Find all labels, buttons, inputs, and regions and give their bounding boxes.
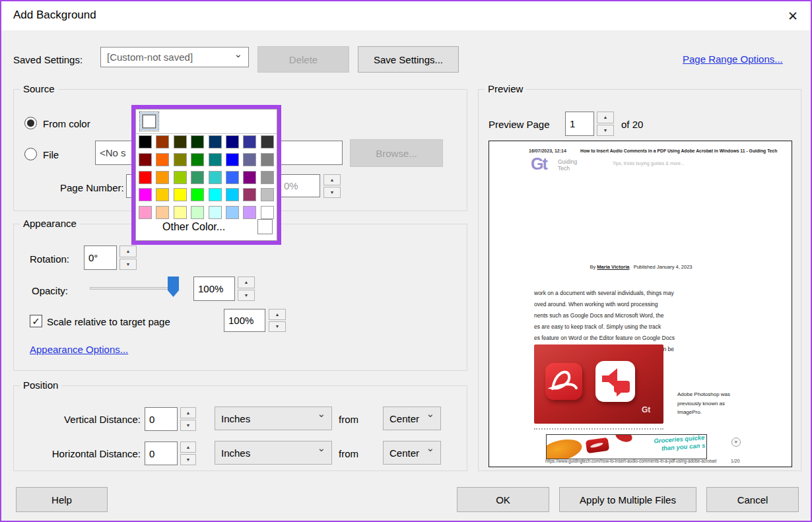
color-swatch[interactable] <box>191 135 204 148</box>
preview-page-spinner: ▲ ▼ <box>597 112 614 136</box>
spin-down-button[interactable]: ▼ <box>597 125 614 137</box>
color-swatch[interactable] <box>139 206 152 219</box>
color-swatch[interactable] <box>243 171 256 184</box>
saved-settings-select[interactable]: [Custom-not saved] ⌄ <box>100 47 249 67</box>
file-radio[interactable] <box>24 148 37 160</box>
close-icon[interactable]: ✕ <box>784 7 801 24</box>
page-range-options-link[interactable]: Page Range Options... <box>683 53 783 65</box>
preview-page-field[interactable]: 1 <box>565 112 594 136</box>
spin-down-button[interactable]: ▼ <box>238 290 255 302</box>
vertical-distance-field[interactable]: 0 <box>145 407 178 431</box>
spin-up-button[interactable]: ▲ <box>269 309 286 320</box>
color-swatch[interactable] <box>156 206 169 219</box>
opacity-label: Opacity: <box>32 285 68 296</box>
chevron-down-icon: ⌄ <box>426 408 434 420</box>
color-swatch[interactable] <box>174 171 187 184</box>
spin-up-button[interactable]: ▲ <box>238 277 255 288</box>
color-swatch[interactable] <box>226 188 239 201</box>
opacity-slider-thumb[interactable] <box>168 277 179 297</box>
doc-footer-page: 1/20 <box>731 459 740 463</box>
opacity-field[interactable]: 100% <box>193 277 235 301</box>
spin-up-button[interactable]: ▲ <box>597 112 614 123</box>
color-swatch[interactable] <box>243 206 256 219</box>
ok-button[interactable]: OK <box>457 487 549 512</box>
spin-up-button[interactable]: ▲ <box>323 174 341 185</box>
opacity-slider-track[interactable] <box>90 287 178 290</box>
color-swatch[interactable] <box>174 135 187 148</box>
scale-percent-spinner: ▲ ▼ <box>269 309 286 332</box>
color-swatch[interactable] <box>139 188 152 201</box>
color-swatch[interactable] <box>209 171 222 184</box>
help-button[interactable]: Help <box>16 487 108 512</box>
appearance-options-link[interactable]: Appearance Options... <box>30 344 128 355</box>
spin-down-button[interactable]: ▼ <box>180 454 196 465</box>
cancel-button[interactable]: Cancel <box>706 487 799 512</box>
spin-down-button[interactable]: ▼ <box>119 259 137 271</box>
color-swatch[interactable] <box>226 206 239 219</box>
horizontal-distance-field[interactable]: 0 <box>145 441 178 465</box>
color-swatch[interactable] <box>261 206 274 219</box>
scale-percent-field[interactable]: 100% <box>224 309 265 332</box>
color-swatch[interactable] <box>209 188 222 201</box>
color-swatch[interactable] <box>209 206 222 219</box>
color-swatch[interactable] <box>261 135 274 148</box>
color-swatch[interactable] <box>243 188 256 201</box>
color-swatch[interactable] <box>174 188 187 201</box>
color-swatch[interactable] <box>156 135 169 148</box>
color-swatch[interactable] <box>156 153 169 166</box>
color-swatch[interactable] <box>139 135 152 148</box>
apply-multiple-button[interactable]: Apply to Multiple Files <box>559 487 696 512</box>
doc-body-line: work on a document with several individu… <box>534 288 675 299</box>
position-group: Position Vertical Distance: 0 ▲ ▼ Inches… <box>13 385 467 471</box>
color-swatch[interactable] <box>191 171 204 184</box>
doc-caption-line: Adobe Photoshop was <box>677 390 730 399</box>
add-background-dialog: Add Background ✕ Saved Settings: [Custom… <box>0 0 812 522</box>
other-color-button[interactable]: Other Color... <box>162 221 225 233</box>
horizontal-anchor-select[interactable]: Center ⌄ <box>383 441 441 465</box>
color-swatch[interactable] <box>191 206 204 219</box>
save-settings-button[interactable]: Save Settings... <box>358 46 459 73</box>
color-swatch[interactable] <box>261 188 274 201</box>
horizontal-unit-select[interactable]: Inches ⌄ <box>215 441 332 465</box>
spin-up-button[interactable]: ▲ <box>180 441 196 453</box>
spin-down-button[interactable]: ▼ <box>323 187 341 198</box>
doc-body-line: es feature on Word or the Editor feature… <box>534 333 675 344</box>
appearance-group-title: Appearance <box>20 218 80 229</box>
color-swatch[interactable] <box>226 135 239 148</box>
color-swatch[interactable] <box>243 135 256 148</box>
rotation-field[interactable]: 0° <box>84 245 117 270</box>
color-swatch[interactable] <box>226 171 239 184</box>
color-swatch[interactable] <box>156 171 169 184</box>
audio-comment-app-icon <box>595 361 635 402</box>
color-swatch[interactable] <box>243 153 256 166</box>
color-swatch[interactable] <box>209 153 222 166</box>
preview-document: 16/07/2023, 12:14 How to Insert Audio Co… <box>489 141 792 467</box>
ad-text: Groceries quicke than you can s <box>630 434 705 455</box>
vertical-anchor-select[interactable]: Center ⌄ <box>383 407 441 430</box>
color-swatch[interactable] <box>261 153 274 166</box>
spin-down-button[interactable]: ▼ <box>269 321 286 333</box>
color-swatch[interactable] <box>174 153 187 166</box>
spin-down-button[interactable]: ▼ <box>180 420 196 431</box>
vertical-distance-spinner: ▲ ▼ <box>180 407 196 431</box>
spin-up-button[interactable]: ▲ <box>180 407 196 418</box>
color-swatch[interactable] <box>191 153 204 166</box>
horizontal-distance-label: Horizontal Distance: <box>14 448 141 459</box>
browse-button[interactable]: Browse... <box>350 139 443 167</box>
spin-up-button[interactable]: ▲ <box>119 245 137 257</box>
delete-button[interactable]: Delete <box>257 46 349 73</box>
color-swatch[interactable] <box>156 188 169 201</box>
from-color-radio[interactable] <box>24 117 37 129</box>
color-swatch[interactable] <box>191 188 204 201</box>
color-swatch[interactable] <box>209 135 222 148</box>
other-color-swatch[interactable] <box>257 219 273 234</box>
vertical-unit-select[interactable]: Inches ⌄ <box>215 407 332 430</box>
color-swatch[interactable] <box>139 153 152 166</box>
scale-relative-checkbox[interactable]: ✓ <box>30 315 42 327</box>
color-swatch[interactable] <box>261 171 274 184</box>
color-swatch[interactable] <box>226 153 239 166</box>
cola-can-image <box>586 438 609 454</box>
color-swatch[interactable] <box>174 206 187 219</box>
doc-byline-prefix: By <box>590 264 595 270</box>
color-swatch[interactable] <box>139 171 152 184</box>
